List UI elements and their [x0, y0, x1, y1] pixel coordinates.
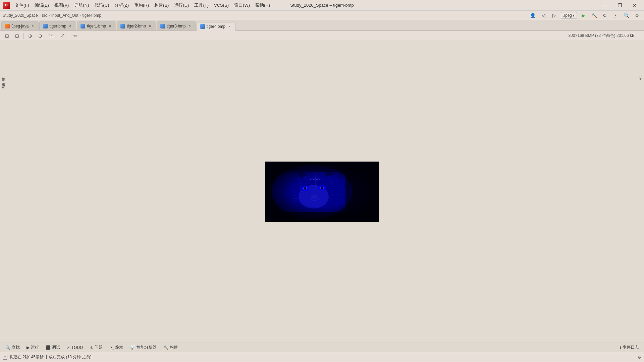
------icon: 📊	[130, 345, 135, 350]
bmp-icon	[120, 24, 125, 28]
---icon: ▶	[26, 345, 30, 350]
jpeg-dropdown[interactable]: Jpeg ▾	[561, 12, 577, 19]
sidebar-item-structure[interactable]: 结构	[0, 72, 7, 77]
fit-all-button[interactable]: ⊞	[3, 32, 11, 40]
status-indicator[interactable]: □	[3, 355, 7, 360]
sidebar-item-favorites[interactable]: 收藏夹	[0, 77, 7, 82]
---button[interactable]: 🔍查找	[3, 344, 22, 351]
tab-tiger3-bmp[interactable]: tiger3·bmp×	[157, 21, 196, 30]
status-bar: □ 构建在 2秒145毫秒 中成功完成 (13 分钟 之前) ⚙	[0, 352, 644, 362]
menu-item-5[interactable]: 分析(Z)	[112, 2, 131, 9]
---button[interactable]: >_终端	[107, 344, 126, 351]
sidebar-item-star[interactable]: ★	[1, 82, 6, 92]
menu-item-7[interactable]: 构建(B)	[152, 2, 171, 9]
title-bar: IJ 文件(F)编辑(E)视图(V)导航(N)代码(C)分析(Z)重构(R)构建…	[0, 0, 644, 11]
---label: 构建	[170, 345, 178, 350]
tab-tiger-bmp-close[interactable]: ×	[68, 24, 72, 28]
todo-label: TODO	[71, 345, 83, 350]
---button[interactable]: 🔨构建	[161, 344, 180, 351]
menu-item-2[interactable]: 视图(V)	[52, 2, 71, 9]
right-sidebar: ≫	[637, 72, 644, 82]
tab-jpeg-java[interactable]: Jpeg·java×	[1, 21, 39, 30]
tab-bar: Jpeg·java×tiger·bmp×tiger1·bmp×tiger2·bm…	[0, 20, 644, 31]
right-sidebar-expand[interactable]: ≫	[638, 75, 644, 82]
breadcrumb-project[interactable]: Study_2020_Space	[3, 13, 38, 18]
image-toolbar: ⊞ ⊟ ⊕ ⊖ 1:1 ⤢ ✏ 300×168 BMP (32 位颜色) 201…	[0, 31, 644, 41]
tab-tiger4-bmp-close[interactable]: ×	[227, 24, 232, 29]
breadcrumb-right: 👤 ◁ ▷ Jpeg ▾ ▶ 🔨 ↻ ⋮ 🔍 ⚙	[529, 12, 641, 19]
menu-item-8[interactable]: 运行(U)	[171, 2, 192, 9]
tab-tiger2-bmp[interactable]: tiger2·bmp×	[117, 21, 156, 30]
tab-tiger1-bmp-label: tiger1·bmp	[87, 24, 106, 28]
chevron-down-icon: ▾	[573, 13, 575, 18]
todo-icon: ✓	[67, 345, 70, 350]
settings-button[interactable]: ⚙	[633, 12, 641, 19]
menu-item-3[interactable]: 导航(N)	[71, 2, 92, 9]
---label: 查找	[12, 345, 20, 350]
back-button[interactable]: ◁	[539, 12, 548, 19]
search-button[interactable]: 🔍	[622, 12, 631, 19]
breadcrumb-input-out[interactable]: Input_And_Out	[51, 13, 78, 18]
tab-jpeg-java-close[interactable]: ×	[30, 24, 35, 28]
---label: 运行	[31, 345, 39, 350]
menu-item-6[interactable]: 重构(R)	[131, 2, 152, 9]
tab-tiger4-bmp[interactable]: tiger4·bmp×	[197, 22, 236, 31]
grid-button[interactable]: ⊟	[13, 32, 21, 40]
menu-item-12[interactable]: 帮助(H)	[253, 2, 273, 9]
bottom-toolbar: 🔍查找▶运行⬛调试✓TODO⚠问题>_终端📊性能分析器🔨构建 ℹ 事件日志	[0, 343, 644, 352]
minimize-button[interactable]: —	[598, 1, 612, 10]
menu-item-1[interactable]: 编辑(E)	[32, 2, 52, 9]
sync-button[interactable]: ↻	[600, 12, 609, 19]
restore-button[interactable]: ❐	[613, 1, 627, 10]
toolbar-separator-2	[69, 33, 69, 39]
run-button[interactable]: ▶	[579, 12, 588, 19]
tab-tiger2-bmp-close[interactable]: ×	[148, 24, 152, 28]
event-log-button[interactable]: ℹ 事件日志	[617, 344, 641, 351]
---button[interactable]: ⚠问题	[87, 344, 105, 351]
fit-window-button[interactable]: ⤢	[58, 32, 67, 40]
breadcrumb-src[interactable]: src	[42, 13, 47, 18]
jpeg-label: Jpeg	[563, 13, 572, 18]
toolbar-separator	[23, 33, 24, 39]
status-settings-icon[interactable]: ⚙	[638, 355, 641, 360]
tab-tiger-bmp-label: tiger·bmp	[49, 24, 66, 28]
tab-tiger1-bmp[interactable]: tiger1·bmp×	[77, 21, 116, 30]
more-button[interactable]: ⋮	[611, 12, 620, 19]
bmp-icon	[200, 24, 205, 29]
---button[interactable]: ⬛调试	[43, 344, 63, 351]
tab-tiger-bmp[interactable]: tiger·bmp×	[39, 21, 76, 30]
menu-item-4[interactable]: 代码(C)	[92, 2, 112, 9]
java-icon	[5, 24, 10, 28]
tab-tiger2-bmp-label: tiger2·bmp	[127, 24, 146, 28]
bmp-icon	[160, 24, 165, 28]
bmp-icon	[43, 24, 48, 28]
tiger-image	[265, 162, 379, 222]
actual-size-button[interactable]: 1:1	[46, 32, 57, 40]
forward-button[interactable]: ▷	[550, 12, 559, 19]
help-icon: ℹ	[620, 345, 621, 350]
------button[interactable]: 📊性能分析器	[127, 344, 159, 351]
---label: 终端	[115, 345, 123, 350]
---icon: >_	[109, 345, 114, 350]
tab-tiger3-bmp-close[interactable]: ×	[187, 24, 192, 28]
zoom-out-button[interactable]: ⊖	[36, 32, 45, 40]
---icon: 🔨	[163, 345, 168, 350]
zoom-in-button[interactable]: ⊕	[26, 32, 35, 40]
build-button[interactable]: 🔨	[590, 12, 598, 19]
main-area: 结构 收藏夹 ★	[0, 41, 644, 343]
menu-item-11[interactable]: 窗口(W)	[231, 2, 253, 9]
---icon: ⬛	[46, 345, 51, 350]
---button[interactable]: ▶运行	[24, 344, 42, 351]
left-sidebar: 结构 收藏夹 ★	[0, 72, 7, 322]
account-button[interactable]: 👤	[529, 12, 537, 19]
color-picker-button[interactable]: ✏	[71, 32, 80, 40]
menu-item-10[interactable]: VCS(S)	[211, 2, 231, 8]
menu-item-9[interactable]: 工具(T)	[192, 2, 211, 9]
breadcrumb-file[interactable]: tiger4·bmp	[83, 13, 102, 18]
---icon: ⚠	[90, 345, 93, 350]
bmp-icon	[80, 24, 85, 28]
tab-tiger1-bmp-close[interactable]: ×	[108, 24, 112, 28]
todo-button[interactable]: ✓TODO	[64, 345, 86, 351]
menu-item-0[interactable]: 文件(F)	[12, 2, 32, 9]
close-button[interactable]: ✕	[628, 1, 641, 10]
